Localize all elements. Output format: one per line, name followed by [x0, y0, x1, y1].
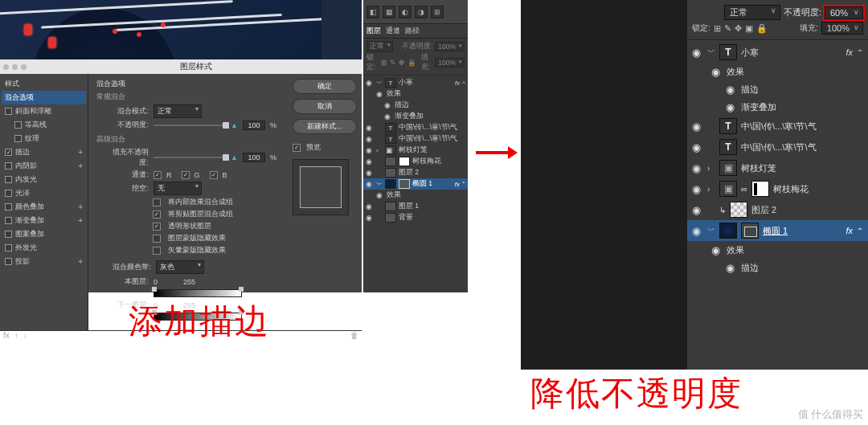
new-style-button[interactable]: 新建样式...	[293, 119, 357, 134]
channel-r-checkbox[interactable]: ✓	[154, 171, 162, 179]
tool-icon[interactable]: ◧	[366, 6, 379, 18]
style-blend-options[interactable]: 混合选项	[2, 91, 86, 104]
style-outer-glow[interactable]: 外发光	[2, 241, 86, 255]
blendif-select[interactable]: 灰色	[156, 260, 204, 274]
lock-position-icon[interactable]: ✥	[735, 23, 742, 34]
folder-icon: ▣	[719, 181, 737, 197]
blend-mode-select[interactable]: 正常	[154, 104, 202, 118]
fx-icon[interactable]: fx	[3, 331, 10, 340]
layer-row[interactable]: ◉↳图层 2	[687, 199, 868, 220]
group-row[interactable]: ◉›▣∞树枝梅花	[687, 178, 868, 199]
window-close[interactable]	[3, 64, 9, 70]
knockout-select[interactable]: 无	[154, 182, 202, 195]
layer-row[interactable]: ◉﹀T小寒fx^	[363, 77, 468, 88]
tool-icon[interactable]: ⊞	[431, 6, 444, 18]
fx-header-row[interactable]: ◉效果	[687, 63, 868, 80]
fx-grad-row[interactable]: ◉渐变叠加	[687, 98, 868, 116]
folder-icon: ▣	[719, 160, 737, 176]
layer-row[interactable]: ◉T中\国\传\...\寒\节\气	[687, 116, 868, 137]
fx-stroke-row[interactable]: ◉描边	[363, 100, 468, 111]
preview-checkbox[interactable]: ✓	[293, 144, 301, 152]
stroke-checkbox[interactable]: ✓	[5, 149, 12, 156]
window-max[interactable]	[21, 64, 27, 70]
layers-panel-left: ◧ ▦ ◐ ◑ ⊞ 图层 通道 路径 正常不透明度:100% 锁定:⊞✎✥🔒填充…	[363, 0, 468, 292]
layer-row[interactable]: ◉﹀T小寒fx⌃	[687, 42, 868, 63]
layer-row[interactable]: ◉背景	[363, 212, 468, 223]
fill-slider[interactable]	[154, 157, 226, 158]
channel-b-checkbox[interactable]: ✓	[210, 171, 218, 179]
layer-row[interactable]: ◉图层 1	[363, 201, 468, 212]
opacity-input[interactable]	[243, 121, 265, 130]
opacity-label: 不透明度:	[784, 6, 821, 18]
fx-header-row[interactable]: ◉效果	[687, 241, 868, 259]
style-bevel[interactable]: 斜面和浮雕	[2, 104, 86, 118]
style-texture[interactable]: 纹理	[2, 132, 86, 145]
layer-row[interactable]: ◉树枝梅花	[363, 156, 468, 167]
add-stroke-icon[interactable]: +	[78, 148, 83, 157]
opacity-select-right[interactable]: 60%	[825, 6, 863, 19]
tool-icon[interactable]: ◑	[415, 6, 428, 18]
fill-select-right[interactable]: 100%	[821, 22, 863, 35]
layer-row[interactable]: ◉图层 2	[363, 167, 468, 178]
ok-button[interactable]: 确定	[293, 79, 357, 94]
tool-icon[interactable]: ▦	[383, 6, 395, 18]
opacity-slider[interactable]	[154, 125, 226, 126]
vector-mask-icon[interactable]	[741, 223, 759, 239]
mask-icon[interactable]	[751, 181, 769, 197]
watermark: 值 什么值得买	[798, 407, 863, 422]
style-contour[interactable]: 等高线	[2, 118, 86, 132]
fx-badge[interactable]: fx	[845, 47, 853, 57]
lock-all-icon[interactable]: 🔒	[756, 23, 768, 34]
trash-icon[interactable]: 🗑	[350, 331, 358, 340]
window-min[interactable]	[12, 64, 18, 70]
lock-paint-icon[interactable]: ✎	[724, 23, 731, 34]
tab-paths[interactable]: 路径	[405, 26, 420, 36]
layer-row[interactable]: ◉T中国\传\...\寒\节\气	[363, 122, 468, 133]
tab-layers[interactable]: 图层	[366, 26, 381, 36]
lock-artboard-icon[interactable]: ▣	[745, 23, 753, 34]
ck-mask-hide[interactable]	[153, 235, 161, 243]
style-satin[interactable]: 光泽	[2, 186, 86, 200]
cancel-button[interactable]: 取消	[293, 99, 357, 114]
ck-clip-group[interactable]: ✓	[153, 210, 161, 219]
style-inner-shadow[interactable]: 内阴影+	[2, 159, 86, 173]
layer-row-selected[interactable]: ◉﹀椭圆 1fx⌃	[687, 220, 868, 241]
ck-vmask-hide[interactable]	[153, 247, 161, 255]
group-row[interactable]: ◉›▣树枝灯笼	[363, 145, 468, 156]
blendif-this-slider[interactable]	[154, 289, 242, 297]
visibility-icon[interactable]: ◉	[366, 79, 374, 87]
fill-input[interactable]	[243, 153, 265, 162]
style-grad-overlay[interactable]: 渐变叠加+	[2, 214, 86, 227]
layer-row[interactable]: ◉T中\国\传\...\寒\节\气	[687, 137, 868, 157]
blend-mode-mini[interactable]: 正常	[366, 41, 393, 52]
tool-icon[interactable]: ◐	[399, 6, 411, 18]
layer-row-selected[interactable]: ◉﹀椭圆 1fx˅	[363, 178, 468, 190]
style-drop-shadow[interactable]: 投影+	[2, 255, 86, 268]
channel-g-checkbox[interactable]: ✓	[182, 171, 190, 179]
lock-pixels-icon[interactable]: ⊞	[714, 23, 721, 34]
fx-stroke-row[interactable]: ◉描边	[687, 80, 868, 98]
folder-icon: ▣	[385, 145, 396, 155]
fx-stroke-row[interactable]: ◉描边	[687, 259, 868, 276]
dialog-titlebar[interactable]: 图层样式	[0, 59, 362, 74]
lock-icon[interactable]: ⊞	[381, 59, 387, 67]
blend-options-panel: 混合选项 常规混合 混合模式:正常 不透明度:▲% 高级混合 填充不透明度:▲%…	[88, 74, 288, 330]
fx-row[interactable]: ◉效果	[363, 88, 468, 100]
style-color-overlay[interactable]: 颜色叠加+	[2, 200, 86, 214]
fx-grad-row[interactable]: ◉渐变叠加	[363, 111, 468, 122]
annotation-left: 添加描边	[129, 299, 270, 344]
tab-channels[interactable]: 通道	[386, 26, 400, 36]
fx-row[interactable]: ◉效果	[363, 190, 468, 201]
ck-inner-group[interactable]	[153, 198, 161, 206]
lock-icon[interactable]: 🔒	[407, 59, 416, 67]
arrow-down-icon[interactable]: ↓	[23, 331, 27, 340]
blend-mode-select-right[interactable]: 正常	[724, 5, 780, 20]
style-pattern-overlay[interactable]: 图案叠加	[2, 227, 86, 241]
style-stroke[interactable]: ✓描边+	[2, 145, 86, 159]
ck-trans-shape[interactable]: ✓	[153, 223, 161, 231]
style-inner-glow[interactable]: 内发光	[2, 173, 86, 186]
layer-row[interactable]: ◉T中国\传\...\寒\节\气	[363, 133, 468, 145]
visibility-icon[interactable]: ◉	[692, 47, 703, 59]
arrow-up-icon[interactable]: ↑	[14, 331, 18, 340]
group-row[interactable]: ◉›▣树枝灯笼	[687, 157, 868, 178]
